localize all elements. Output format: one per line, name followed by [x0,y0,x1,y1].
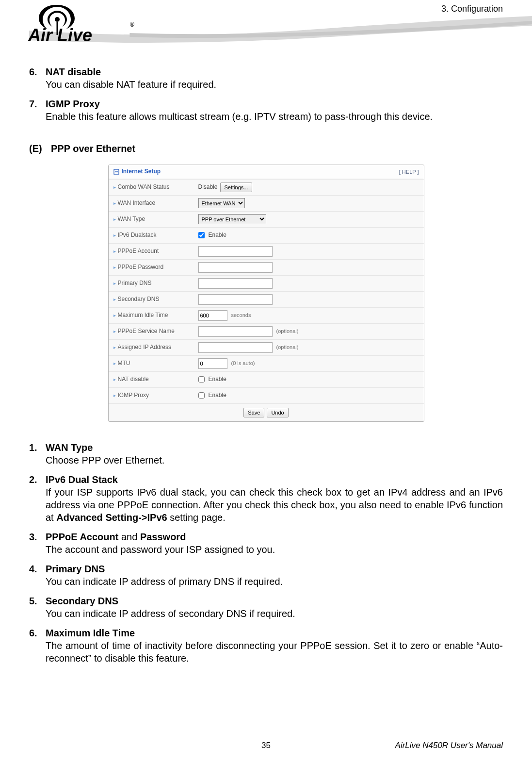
desc-num-6: 6. [29,627,46,665]
desc-num-3: 3. [29,531,46,556]
desc-num-4: 4. [29,563,46,588]
intro-title-igmp: IGMP Proxy [46,99,100,109]
chevron-right-icon: ▸ [113,280,116,286]
panel-title-text: Internet Setup [122,168,161,176]
chevron-right-icon: ▸ [113,360,116,366]
nat-disable-checkbox[interactable] [198,376,205,382]
desc-text-pdns: You can indicate IP address of primary D… [46,576,283,587]
row-label-igmp2: IGMP Proxy [118,392,149,399]
row-label-wantype: WAN Type [118,216,145,223]
desc-text-idle: The amount of time of inactivity before … [46,640,503,664]
max-idle-input[interactable] [198,310,227,321]
section-title: PPP over Ethernet [51,142,135,155]
desc-title-pdns: Primary DNS [46,564,105,574]
intro-num-7: 7. [29,98,46,123]
row-label-assigned: Assigned IP Address [118,344,172,351]
desc-title-wantype: WAN Type [46,442,93,453]
row-label-waniface: WAN Interface [118,200,156,207]
chevron-right-icon: ▸ [113,264,116,270]
chapter-label: 3. Configuration [441,4,503,14]
manual-title: AirLive N450R User's Manual [395,741,503,750]
desc-title-idle: Maximum Idle Time [46,628,135,638]
settings-button[interactable]: Settings... [220,183,253,192]
mtu-auto-label: (0 is auto) [231,360,255,366]
intro-title-nat: NAT disable [46,67,101,77]
desc-title-sdns: Secondary DNS [46,596,118,606]
svg-point-0 [55,17,60,22]
secondary-dns-input[interactable] [198,294,273,305]
undo-button[interactable]: Undo [267,408,288,417]
chevron-right-icon: ▸ [113,392,116,399]
optional-label-1: (optional) [276,328,299,334]
row-label-account: PPPoE Account [118,248,159,255]
desc-text-wantype: Choose PPP over Ethernet. [46,455,164,466]
pppoe-password-input[interactable] [198,262,273,273]
desc-num-5: 5. [29,595,46,620]
ipv6-dualstack-checkbox[interactable] [198,232,205,238]
combo-wan-status-text: Disable [198,183,218,191]
svg-text:Air Live: Air Live [28,25,92,45]
section-letter: (E) [29,142,51,155]
row-label-password: PPPoE Password [118,264,164,271]
chevron-right-icon: ▸ [113,296,116,302]
row-label-sdns: Secondary DNS [118,296,160,303]
primary-dns-input[interactable] [198,278,273,289]
row-label-natdis: NAT disable [118,376,149,383]
chevron-right-icon: ▸ [113,184,116,190]
intro-desc-igmp: Enable this feature allows multicast str… [46,111,433,122]
save-button[interactable]: Save [243,408,264,417]
panel-icon [113,169,119,175]
service-name-input[interactable] [198,326,273,337]
chevron-right-icon: ▸ [113,248,116,254]
mtu-input[interactable] [198,358,227,369]
row-label-ipv6: IPv6 Dualstack [118,232,157,239]
igmp-proxy-checkbox[interactable] [198,392,205,399]
igmp-enable-label: Enable [209,392,226,399]
svg-text:®: ® [130,21,134,28]
pppoe-account-input[interactable] [198,246,273,257]
seconds-label: seconds [231,312,251,318]
ipv6-enable-label: Enable [209,232,226,239]
help-link[interactable]: [ HELP ] [399,168,419,175]
intro-num-6: 6. [29,66,46,91]
chevron-right-icon: ▸ [113,200,116,206]
chevron-right-icon: ▸ [113,376,116,382]
desc-title-ipv6: IPv6 Dual Stack [46,474,118,485]
desc-text-ipv6-c: setting page. [167,512,226,523]
panel-title: Internet Setup [113,168,161,176]
desc-text-sdns: You can indicate IP address of secondary… [46,608,295,619]
desc-text-ipv6-b: Advanced Setting->IPv6 [56,512,167,523]
chevron-right-icon: ▸ [113,328,116,334]
desc-title-pppoe-and: and [118,532,140,542]
desc-num-2: 2. [29,473,46,524]
desc-title-pppoe-b: Password [140,532,186,542]
desc-num-1: 1. [29,441,46,466]
wan-type-select[interactable]: PPP over Ethernet [198,214,266,224]
optional-label-2: (optional) [276,344,299,350]
row-label-pdns: Primary DNS [118,280,152,287]
brand-logo: Air Live ® [24,0,136,48]
desc-text-pppoe: The account and password your ISP assign… [46,544,275,555]
config-panel: Internet Setup [ HELP ] ▸Combo WAN Statu… [108,165,424,422]
wan-interface-select[interactable]: Ethernet WAN [198,198,245,208]
page-number: 35 [261,741,271,750]
chevron-right-icon: ▸ [113,216,116,222]
chevron-right-icon: ▸ [113,312,116,318]
desc-title-pppoe-a: PPPoE Account [46,532,118,542]
nat-enable-label: Enable [209,376,226,383]
chevron-right-icon: ▸ [113,232,116,238]
row-label-mtu: MTU [118,360,130,367]
row-label-idle: Maximum Idle Time [118,312,168,319]
assigned-ip-input[interactable] [198,342,273,353]
row-label-svcname: PPPoE Service Name [118,328,175,335]
chevron-right-icon: ▸ [113,344,116,350]
row-label-combo: Combo WAN Status [118,183,170,191]
intro-desc-nat: You can disable NAT feature if required. [46,79,216,90]
